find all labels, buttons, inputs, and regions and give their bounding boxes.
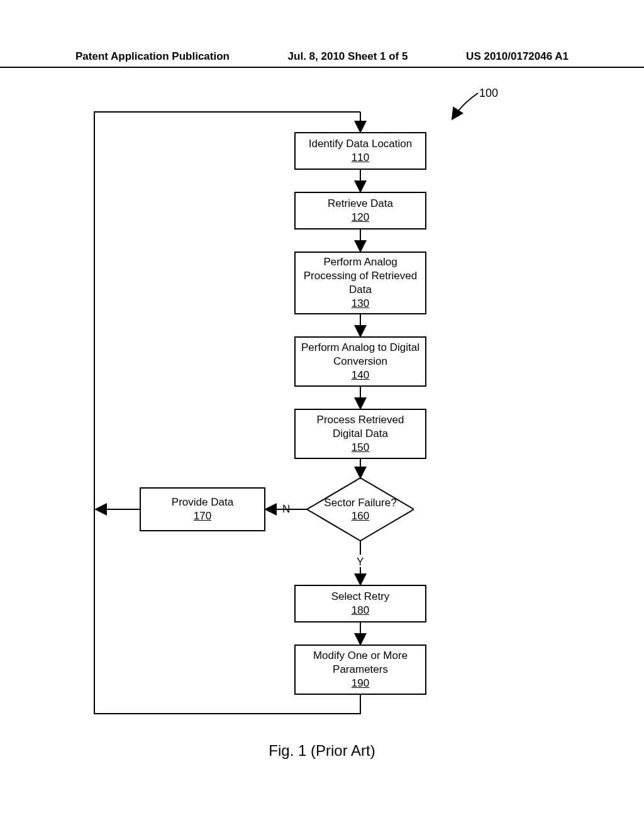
diagram-canvas: 100 Identify Data Location 110 Retrieve … xyxy=(0,75,644,830)
page-header: Patent Application Publication Jul. 8, 2… xyxy=(0,50,644,68)
header-left: Patent Application Publication xyxy=(75,50,230,63)
flow-arrows xyxy=(0,75,644,830)
header-right: US 2010/0172046 A1 xyxy=(466,50,569,63)
header-center: Jul. 8, 2010 Sheet 1 of 5 xyxy=(288,50,408,63)
figure-caption: Fig. 1 (Prior Art) xyxy=(0,742,644,760)
